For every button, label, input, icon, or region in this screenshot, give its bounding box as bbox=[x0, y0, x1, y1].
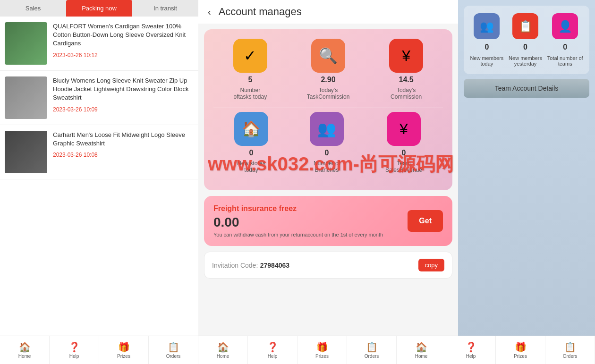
invitation-code: 27984063 bbox=[260, 262, 289, 269]
team-stat-total-teams: 👤 0 Total number ofteams bbox=[547, 13, 583, 67]
stat-commission: ¥ 14.5 Today'sCommission bbox=[389, 39, 423, 100]
help-label: Help bbox=[69, 354, 79, 359]
left-panel: Sales Packing now In transit QUALFORT Wo… bbox=[0, 0, 198, 336]
tabs-row: Sales Packing now In transit bbox=[0, 0, 198, 17]
orders-icon: 📋 bbox=[168, 341, 179, 353]
product-date: 2023-03-26 10:09 bbox=[53, 106, 194, 113]
invitation-label: Invitation Code: bbox=[212, 262, 258, 269]
nav-prizes-3[interactable]: 🎁 Prizes bbox=[496, 336, 545, 364]
get-button[interactable]: Get bbox=[408, 210, 443, 232]
members-yesterday-label: New membersyesterday bbox=[509, 55, 542, 67]
help-icon-3: ❓ bbox=[465, 341, 477, 353]
branches-value: 0 bbox=[325, 149, 329, 157]
tasks-label: Numberoftasks today bbox=[234, 87, 267, 100]
product-date: 2023-03-26 10:08 bbox=[53, 152, 194, 158]
home-icon-3: 🏠 bbox=[416, 341, 427, 353]
nav-home-2[interactable]: 🏠 Home bbox=[198, 336, 248, 364]
product-date: 2023-03-26 10:12 bbox=[53, 52, 194, 59]
nav-orders-1[interactable]: 📋 Orders bbox=[149, 336, 198, 364]
prizes-icon-2: 🎁 bbox=[316, 341, 328, 353]
nav-orders-3[interactable]: 📋 Orders bbox=[545, 336, 595, 364]
tasks-value: 5 bbox=[248, 76, 252, 84]
help-icon: ❓ bbox=[68, 341, 80, 353]
stat-new-stores: 🏠 0 New storestoday bbox=[234, 112, 268, 173]
help-icon-2: ❓ bbox=[267, 341, 279, 353]
freight-card: Freight insurance freez 0.00 You can wit… bbox=[204, 196, 452, 246]
prizes-label-2: Prizes bbox=[315, 354, 329, 359]
new-stores-value: 0 bbox=[249, 149, 254, 157]
product-title: Biucly Womens Long Sleeve Knit Sweater Z… bbox=[53, 76, 194, 102]
stat-sales-revenue: ¥ 0 TeamSalesRevenue bbox=[385, 112, 422, 173]
invitation-label-text: Invitation Code: 27984063 bbox=[212, 261, 289, 270]
freight-amount: 0.00 bbox=[213, 215, 398, 230]
stats-card: ✓ 5 Numberoftasks today 🔍 2.90 Today'sTa… bbox=[204, 29, 452, 190]
total-teams-icon: 👤 bbox=[552, 13, 578, 39]
nav-help-3[interactable]: ❓ Help bbox=[446, 336, 496, 364]
commission-value: 14.5 bbox=[399, 76, 414, 84]
product-info: QUALFORT Women's Cardigan Sweater 100% C… bbox=[53, 22, 194, 65]
tab-sales[interactable]: Sales bbox=[0, 0, 66, 17]
nav-section-2: 🏠 Home ❓ Help 🎁 Prizes 📋 Orders bbox=[198, 336, 397, 364]
list-item: Carhartt Men's Loose Fit Midweight Logo … bbox=[0, 125, 198, 179]
team-stats-row: 👥 0 New memberstoday 📋 0 New membersyest… bbox=[464, 6, 589, 74]
stat-task-commission: 🔍 2.90 Today'sTaskCommission bbox=[307, 39, 350, 100]
orders-icon-2: 📋 bbox=[366, 341, 378, 353]
nav-prizes-1[interactable]: 🎁 Prizes bbox=[99, 336, 149, 364]
home-icon: 🏠 bbox=[19, 341, 31, 353]
commission-label: Today'sCommission bbox=[391, 87, 422, 100]
stats-row-2: 🏠 0 New storestoday 👥 0 Number ofBranche… bbox=[213, 112, 443, 173]
task-commission-value: 2.90 bbox=[321, 76, 335, 84]
copy-button[interactable]: copy bbox=[418, 259, 444, 271]
stat-branches: 👥 0 Number ofBranches bbox=[310, 112, 344, 173]
members-today-label: New memberstoday bbox=[470, 55, 503, 67]
divider bbox=[213, 108, 443, 108]
product-thumbnail bbox=[5, 22, 47, 65]
total-teams-value: 0 bbox=[563, 43, 567, 51]
list-item: QUALFORT Women's Cardigan Sweater 100% C… bbox=[0, 17, 198, 71]
help-label-2: Help bbox=[268, 354, 278, 359]
prizes-label: Prizes bbox=[117, 354, 130, 359]
freight-title: Freight insurance freez bbox=[213, 204, 398, 213]
task-commission-label: Today'sTaskCommission bbox=[307, 87, 350, 100]
prizes-label-3: Prizes bbox=[514, 354, 527, 359]
orders-label-2: Orders bbox=[365, 354, 379, 359]
home-icon-2: 🏠 bbox=[217, 341, 229, 353]
nav-help-2[interactable]: ❓ Help bbox=[248, 336, 298, 364]
members-yesterday-value: 0 bbox=[523, 43, 527, 51]
new-stores-icon: 🏠 bbox=[234, 112, 268, 146]
members-yesterday-icon: 📋 bbox=[512, 13, 538, 39]
page-title: Account manages bbox=[219, 6, 302, 18]
home-label-3: Home bbox=[415, 354, 428, 359]
product-title: Carhartt Men's Loose Fit Midweight Logo … bbox=[53, 131, 194, 148]
tasks-icon: ✓ bbox=[233, 39, 267, 73]
back-button[interactable]: ‹ bbox=[208, 7, 211, 17]
team-stat-members-yesterday: 📋 0 New membersyesterday bbox=[509, 13, 542, 67]
tab-transit[interactable]: In transit bbox=[132, 0, 198, 17]
team-stat-members-today: 👥 0 New memberstoday bbox=[470, 13, 503, 67]
nav-orders-2[interactable]: 📋 Orders bbox=[347, 336, 397, 364]
product-title: QUALFORT Women's Cardigan Sweater 100% C… bbox=[53, 22, 194, 48]
tab-packing[interactable]: Packing now bbox=[66, 0, 132, 17]
team-account-button[interactable]: Team Account Details bbox=[464, 79, 589, 98]
product-list: QUALFORT Women's Cardigan Sweater 100% C… bbox=[0, 17, 198, 336]
middle-panel: ‹ Account manages ✓ 5 Numberoftasks toda… bbox=[198, 0, 458, 336]
sales-revenue-value: 0 bbox=[402, 149, 406, 157]
invitation-card: Invitation Code: 27984063 copy bbox=[204, 252, 452, 279]
prizes-icon: 🎁 bbox=[118, 341, 130, 353]
members-today-value: 0 bbox=[484, 43, 489, 51]
branches-label: Number ofBranches bbox=[314, 160, 340, 173]
product-info: Carhartt Men's Loose Fit Midweight Logo … bbox=[53, 131, 194, 173]
nav-home-3[interactable]: 🏠 Home bbox=[397, 336, 446, 364]
total-teams-label: Total number ofteams bbox=[547, 55, 583, 67]
branches-icon: 👥 bbox=[310, 112, 344, 146]
nav-section-1: 🏠 Home ❓ Help 🎁 Prizes 📋 Orders bbox=[0, 336, 198, 364]
nav-help-1[interactable]: ❓ Help bbox=[50, 336, 99, 364]
task-commission-icon: 🔍 bbox=[311, 39, 345, 73]
product-thumbnail bbox=[5, 131, 47, 173]
orders-label-3: Orders bbox=[563, 354, 578, 359]
nav-home-1[interactable]: 🏠 Home bbox=[0, 336, 50, 364]
product-thumbnail bbox=[5, 76, 47, 119]
nav-prizes-2[interactable]: 🎁 Prizes bbox=[298, 336, 347, 364]
commission-icon: ¥ bbox=[389, 39, 423, 73]
home-label: Home bbox=[18, 354, 31, 359]
